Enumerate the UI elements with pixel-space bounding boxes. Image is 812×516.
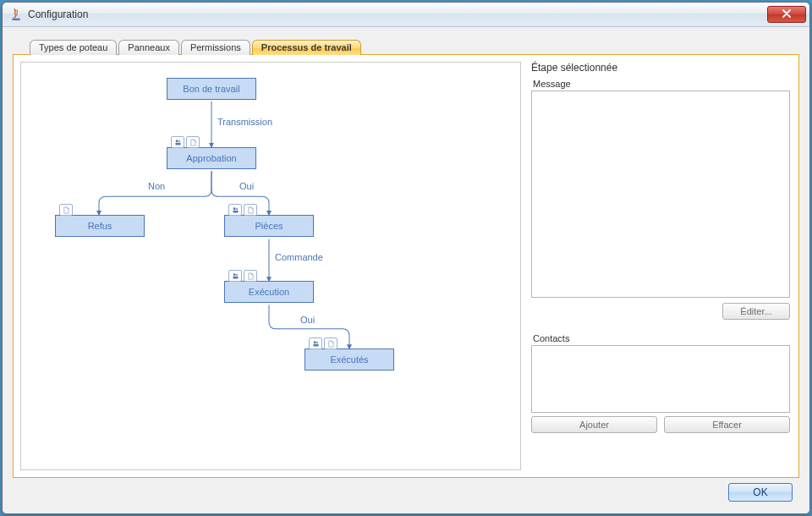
workflow-canvas[interactable]: Bon de travail Approbation Refus (20, 62, 521, 470)
close-icon (782, 8, 791, 20)
node-icons (228, 270, 257, 282)
close-button[interactable] (767, 6, 806, 23)
svg-point-7 (233, 273, 235, 276)
tab-panneaux[interactable]: Panneaux (118, 40, 179, 55)
message-label: Message (533, 79, 790, 89)
client-area: Types de poteau Panneaux Permissions Pro… (3, 27, 809, 513)
edge-label-non: Non (148, 181, 165, 191)
ok-button[interactable]: OK (728, 483, 793, 502)
users-icon (309, 338, 322, 349)
svg-point-0 (12, 19, 20, 20)
svg-point-11 (315, 341, 317, 343)
java-app-icon (9, 8, 23, 21)
users-icon (228, 270, 242, 282)
users-icon (171, 136, 184, 148)
edge-label-oui-approbation: Oui (239, 181, 254, 191)
edge-label-transmission: Transmission (217, 117, 272, 127)
users-icon (228, 204, 242, 216)
workflow-node-execution[interactable]: Exécution (224, 281, 314, 303)
workflow-node-approbation[interactable]: Approbation (167, 147, 256, 169)
svg-rect-3 (175, 142, 180, 145)
document-icon (324, 338, 337, 349)
svg-point-10 (313, 341, 315, 343)
tab-panel-processus: Bon de travail Approbation Refus (13, 54, 799, 478)
node-icons (59, 204, 73, 216)
workflow-node-refus[interactable]: Refus (55, 215, 145, 237)
add-contact-button[interactable]: Ajouter (531, 416, 657, 433)
node-icons (309, 338, 337, 349)
svg-point-5 (235, 207, 237, 209)
svg-rect-6 (233, 210, 238, 212)
document-icon (244, 270, 257, 282)
svg-rect-9 (233, 276, 238, 278)
svg-point-4 (233, 207, 235, 210)
message-textarea[interactable] (531, 91, 790, 298)
configuration-window: Configuration Types de poteau Panneaux P… (2, 2, 810, 514)
tab-types-de-poteau[interactable]: Types de poteau (30, 40, 117, 55)
workflow-node-executes[interactable]: Exécutés (304, 349, 394, 371)
svg-point-2 (178, 140, 179, 141)
tab-strip: Types de poteau Panneaux Permissions Pro… (30, 36, 799, 54)
contacts-label: Contacts (533, 333, 790, 343)
clear-contacts-button[interactable]: Effacer (664, 416, 790, 433)
node-icons (171, 136, 200, 148)
document-icon (59, 204, 73, 216)
contacts-list[interactable] (531, 345, 790, 413)
window-title: Configuration (28, 8, 767, 20)
side-heading: Étape sélectionnée (531, 62, 790, 74)
edge-label-commande: Commande (275, 252, 323, 262)
window-titlebar[interactable]: Configuration (3, 3, 809, 27)
svg-rect-12 (313, 343, 318, 346)
svg-point-8 (235, 273, 237, 275)
tab-permissions[interactable]: Permissions (181, 40, 250, 55)
document-icon (244, 204, 257, 216)
edit-button[interactable]: Éditer... (722, 303, 790, 320)
dialog-button-bar: OK (13, 478, 799, 507)
side-panel-etape: Étape sélectionnée Message Éditer... Con… (528, 55, 798, 477)
node-icons (228, 204, 257, 216)
document-icon (186, 136, 200, 148)
edge-label-oui-execution: Oui (300, 315, 315, 325)
svg-point-1 (175, 140, 178, 142)
tab-processus-de-travail[interactable]: Processus de travail (252, 40, 361, 55)
workflow-node-pieces[interactable]: Pièces (224, 215, 314, 237)
workflow-node-bon-de-travail[interactable]: Bon de travail (167, 78, 256, 100)
